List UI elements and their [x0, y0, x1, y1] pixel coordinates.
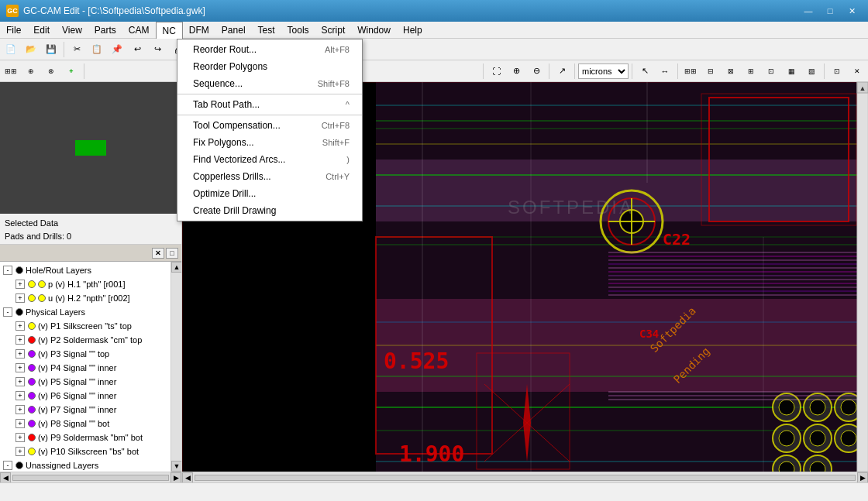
nc-tool-compensation[interactable]: Tool Compensation... Ctrl+F8 — [177, 117, 362, 134]
tb2-grid6[interactable]: ▦ — [782, 63, 801, 80]
expand-p6[interactable]: + — [16, 391, 25, 400]
layer-p10[interactable]: + (v) P10 Silkscreen "bs" bot — [0, 444, 181, 458]
tree-v-scrollbar[interactable]: ▲ ▼ — [170, 262, 181, 472]
sep1 — [64, 42, 64, 57]
toolbar-undo[interactable]: ↩ — [128, 41, 146, 58]
npth-label: u (v) H.2 "npth" [r002] — [48, 293, 130, 303]
layer-pth[interactable]: + p (v) H.1 "pth" [r001] — [0, 277, 181, 291]
layer-p3[interactable]: + (v) P3 Signal "" top — [0, 347, 181, 361]
tb2-move[interactable]: ↔ — [656, 63, 674, 80]
tb2-grid3[interactable]: ⊠ — [722, 63, 740, 80]
nc-optimize-drill[interactable]: Optimize Drill... — [177, 185, 362, 202]
menu-cam[interactable]: CAM — [122, 22, 156, 39]
hole-rout-group[interactable]: - Hole/Rout Layers — [0, 263, 181, 277]
tree-scroll-up[interactable]: ▲ — [171, 262, 181, 273]
menu-test[interactable]: Test — [252, 22, 281, 39]
expand-hole[interactable]: - — [3, 266, 12, 275]
menu-help[interactable]: Help — [397, 22, 429, 39]
tb2-select2[interactable]: ⊡ — [828, 63, 846, 80]
tb2-select[interactable]: ↖ — [636, 63, 654, 80]
nc-find-vectorized-arcs[interactable]: Find Vectorized Arcs... ) — [177, 151, 362, 168]
close-button[interactable]: ✕ — [842, 3, 862, 19]
menu-view[interactable]: View — [56, 22, 88, 39]
tree-h-scrollbar[interactable]: ◀ ▶ — [0, 472, 181, 482]
toolbar-paste[interactable]: 📌 — [108, 41, 126, 58]
scroll-right-btn[interactable]: ▶ — [857, 472, 868, 483]
units-select[interactable]: microns mm mils inches — [578, 63, 629, 79]
toolbar-copy[interactable]: 📋 — [88, 41, 106, 58]
tree-scroll-left[interactable]: ◀ — [0, 472, 11, 483]
p4-color — [28, 364, 36, 372]
tb2-grid4[interactable]: ⊞ — [742, 63, 760, 80]
layer-p6[interactable]: + (v) P6 Signal "" inner — [0, 389, 181, 403]
expand-p10[interactable]: + — [16, 447, 25, 456]
tb2-btn2[interactable]: ⊕ — [22, 63, 40, 80]
tb2-zoom-in[interactable]: ⊕ — [507, 63, 525, 80]
tree-scroll-down[interactable]: ▼ — [171, 461, 181, 472]
tb2-grid5[interactable]: ⊡ — [762, 63, 780, 80]
nc-create-drill-drawing[interactable]: Create Drill Drawing — [177, 202, 362, 219]
tb2-grid1[interactable]: ⊞⊞ — [681, 63, 700, 80]
h-scrollbar[interactable]: ◀ ▶ — [182, 472, 868, 482]
toolbar-redo[interactable]: ↪ — [148, 41, 167, 58]
scroll-track[interactable] — [195, 475, 856, 481]
expand-p2[interactable]: + — [16, 335, 25, 345]
toolbar-new[interactable]: 📄 — [2, 41, 20, 58]
expand-unassigned[interactable]: - — [3, 461, 12, 470]
menu-edit[interactable]: Edit — [27, 22, 56, 39]
scroll-left-btn[interactable]: ◀ — [182, 472, 193, 483]
tree-expand-btn[interactable]: □ — [166, 248, 178, 259]
expand-pth[interactable]: + — [16, 280, 25, 289]
expand-p8[interactable]: + — [16, 419, 25, 428]
toolbar-cut[interactable]: ✂ — [67, 41, 86, 58]
layer-p5[interactable]: + (v) P5 Signal "" inner — [0, 375, 181, 389]
nc-tab-rout-path[interactable]: Tab Rout Path... ^ — [177, 96, 362, 113]
menu-nc[interactable]: NC — [156, 22, 183, 39]
tree-close-btn[interactable]: ✕ — [152, 248, 164, 259]
tb2-grid2[interactable]: ⊟ — [701, 63, 720, 80]
maximize-button[interactable]: □ — [820, 3, 840, 19]
layer-p9[interactable]: + (v) P9 Soldermask "bm" bot — [0, 431, 181, 444]
layer-p1[interactable]: + (v) P1 Silkscreen "ts" top — [0, 319, 181, 333]
expand-p3[interactable]: + — [16, 349, 25, 359]
tree-scroll-track[interactable] — [12, 475, 169, 481]
minimize-button[interactable]: — — [798, 3, 818, 19]
menu-dfm[interactable]: DFM — [183, 22, 215, 39]
physical-group[interactable]: - Physical Layers — [0, 305, 181, 319]
menu-tools[interactable]: Tools — [281, 22, 315, 39]
layer-p4[interactable]: + (v) P4 Signal "" inner — [0, 361, 181, 375]
expand-physical[interactable]: - — [3, 307, 12, 317]
expand-p9[interactable]: + — [16, 433, 25, 442]
toolbar-open[interactable]: 📂 — [22, 41, 40, 58]
nc-copperless-drills[interactable]: Copperless Drills... Ctrl+Y — [177, 168, 362, 185]
expand-p4[interactable]: + — [16, 363, 25, 372]
menu-window[interactable]: Window — [351, 22, 397, 39]
unassigned-group[interactable]: - Unassigned Layers — [0, 458, 181, 472]
expand-npth[interactable]: + — [16, 293, 25, 303]
tb2-btn1[interactable]: ⊞⊞ — [2, 63, 20, 80]
expand-p5[interactable]: + — [16, 377, 25, 386]
tb2-add-layer[interactable]: + — [62, 63, 81, 80]
menu-file[interactable]: File — [0, 22, 27, 39]
tb2-zoom-extend[interactable]: ⛶ — [487, 63, 505, 80]
layer-p7[interactable]: + (v) P7 Signal "" inner — [0, 403, 181, 417]
toolbar-save[interactable]: 💾 — [42, 41, 60, 58]
tb2-snap[interactable]: ↗ — [553, 63, 571, 80]
tree-scroll-right[interactable]: ▶ — [170, 472, 181, 483]
expand-p7[interactable]: + — [16, 405, 25, 414]
layer-npth[interactable]: + u (v) H.2 "npth" [r002] — [0, 291, 181, 305]
nc-sequence[interactable]: Sequence... Shift+F8 — [177, 75, 362, 92]
nc-reorder-polygons[interactable]: Reorder Polygons — [177, 58, 362, 75]
expand-p1[interactable]: + — [16, 321, 25, 331]
nc-reorder-rout[interactable]: Reorder Rout... Alt+F8 — [177, 41, 362, 58]
menu-panel[interactable]: Panel — [215, 22, 252, 39]
tb2-zoom-out[interactable]: ⊖ — [527, 63, 546, 80]
menu-script[interactable]: Script — [315, 22, 352, 39]
menu-parts[interactable]: Parts — [88, 22, 122, 39]
tb2-btn-x[interactable]: ✕ — [848, 63, 866, 80]
tb2-grid7[interactable]: ▧ — [802, 63, 821, 80]
layer-p2[interactable]: + (v) P2 Soldermask "cm" top — [0, 333, 181, 347]
tb2-btn3[interactable]: ⊗ — [42, 63, 60, 80]
layer-p8[interactable]: + (v) P8 Signal "" bot — [0, 417, 181, 431]
nc-fix-polygons[interactable]: Fix Polygons... Shift+F — [177, 134, 362, 151]
